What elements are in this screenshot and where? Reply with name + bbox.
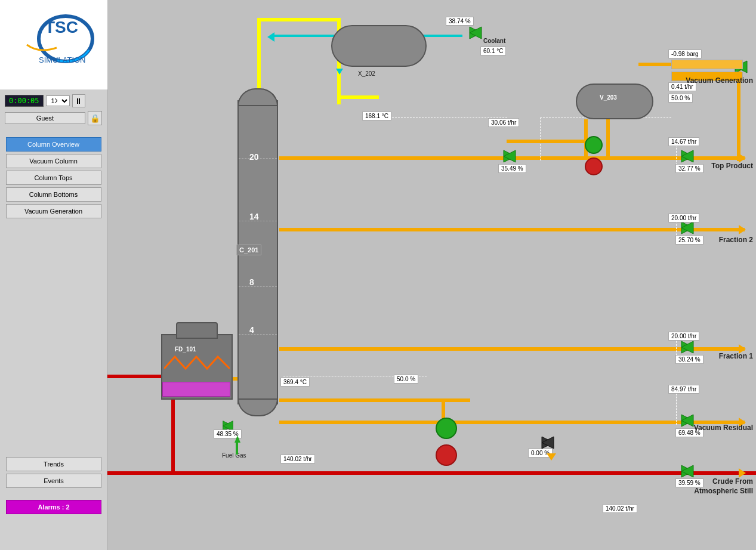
pipe-v203-left bbox=[507, 140, 587, 143]
fraction1-label: Fraction 1 bbox=[719, 352, 753, 360]
pipe-vac-residual bbox=[279, 421, 745, 424]
pump-green-v203 bbox=[585, 136, 603, 154]
v203-label: V_203 bbox=[600, 94, 617, 101]
pipe-fraction2 bbox=[279, 228, 745, 231]
pipe-fuel-v bbox=[236, 443, 238, 455]
crude-flow-box: 140.02 t/hr bbox=[603, 504, 637, 513]
tray-8 bbox=[239, 286, 277, 287]
fraction1-flow-box: 20.00 t/hr bbox=[668, 332, 699, 341]
valve-reflux-pct: 35.49 % bbox=[498, 164, 526, 173]
tray-4 bbox=[239, 334, 277, 335]
valve-top-product-pct: 32.77 % bbox=[675, 164, 703, 173]
svg-text:SIMULATION: SIMULATION bbox=[39, 55, 86, 64]
vac-residual-flow-box: 84.97 t/hr bbox=[668, 385, 699, 394]
time-display: 0:00:05 bbox=[5, 95, 44, 107]
tsc-logo: TSC SIMULATION bbox=[9, 9, 98, 81]
valve-fraction1-pct: 30.24 % bbox=[675, 355, 703, 364]
fd101-coil bbox=[164, 351, 230, 375]
fraction2-label: Fraction 2 bbox=[719, 236, 753, 244]
bottom-pct-box: 50.0 % bbox=[394, 375, 418, 384]
controls-area: 0:00:05 1X2X5X ⏸ Guest 🔒 bbox=[0, 89, 107, 135]
pipe-coolant-in bbox=[274, 35, 334, 37]
column-bottom-cap bbox=[237, 398, 278, 416]
speed-select[interactable]: 1X2X5X bbox=[46, 95, 70, 106]
pipe-condenser-right-yellow bbox=[337, 95, 379, 99]
alarms-button[interactable]: Alarms : 2 bbox=[6, 500, 101, 514]
valve-fraction2-pct: 25.70 % bbox=[675, 236, 703, 245]
nav-vacuum-generation[interactable]: Vacuum Generation bbox=[6, 204, 101, 218]
pump-red-bottom bbox=[436, 444, 457, 466]
feed-flow-box: 140.02 t/hr bbox=[280, 455, 315, 464]
user-area: Guest 🔒 bbox=[5, 111, 102, 125]
vac-gen-pct-box: 50.0 % bbox=[668, 94, 693, 103]
arrow-coolant-down bbox=[336, 69, 343, 75]
pipe-v203-right-down bbox=[606, 119, 610, 160]
nav-vacuum-column[interactable]: Vacuum Column bbox=[6, 154, 101, 168]
bottom-temp-box: 369.4 °C bbox=[280, 378, 310, 387]
nav-column-bottoms[interactable]: Column Bottoms bbox=[6, 187, 101, 202]
fd101-label: FD_101 bbox=[175, 346, 196, 353]
valve-coolant[interactable] bbox=[468, 26, 483, 41]
sidebar: TSC SIMULATION 0:00:05 1X2X5X ⏸ Guest 🔒 … bbox=[0, 0, 107, 550]
top-temp-box: 168.1 °C bbox=[362, 112, 391, 120]
fraction2-flow-box: 20.00 t/hr bbox=[668, 214, 699, 223]
logo-area: TSC SIMULATION bbox=[0, 0, 107, 89]
pump-red-v203 bbox=[585, 157, 603, 175]
pipe-top-h-yellow bbox=[257, 18, 341, 21]
fuel-label: Fuel Gas bbox=[222, 452, 246, 459]
nav-events[interactable]: Events bbox=[6, 474, 101, 488]
coolant-pct-box: 38.74 % bbox=[446, 17, 474, 26]
valve-fraction1[interactable] bbox=[680, 340, 695, 356]
vac-slider-fill bbox=[672, 60, 742, 69]
x202-vessel bbox=[331, 25, 427, 67]
main-diagram: X_202 V_203 20 14 8 4 C_201 FD_101 bbox=[107, 0, 756, 550]
column-top-cap bbox=[237, 88, 278, 106]
vac-pressure-box: -0.98 barg bbox=[668, 50, 702, 58]
time-controls: 0:00:05 1X2X5X ⏸ bbox=[5, 94, 102, 107]
tray-label-20: 20 bbox=[249, 152, 259, 162]
arrow-crude bbox=[739, 468, 746, 478]
column-id: C_201 bbox=[236, 245, 261, 255]
top-product-label: Top Product bbox=[711, 162, 753, 170]
pump-green-bottom bbox=[436, 418, 457, 439]
valve-crude[interactable] bbox=[680, 464, 695, 480]
dashed-v1 bbox=[540, 118, 541, 160]
tray-label-4: 4 bbox=[249, 325, 254, 335]
vac-residual-label: Vacuum Residual bbox=[694, 424, 753, 432]
arrow-fuel-up bbox=[234, 435, 240, 443]
bottom-nav: Trends Events Alarms : 2 bbox=[0, 455, 107, 514]
fd101-level bbox=[162, 382, 230, 397]
svg-text:TSC: TSC bbox=[45, 18, 78, 36]
nav-trends[interactable]: Trends bbox=[6, 457, 101, 471]
vacuum-gen-label: Vacuum Generation bbox=[686, 76, 753, 85]
tray-label-8: 8 bbox=[249, 277, 254, 287]
pipe-crude bbox=[107, 471, 756, 475]
pause-button[interactable]: ⏸ bbox=[72, 94, 85, 107]
coolant-temp-box: 60.1 °C bbox=[480, 47, 506, 55]
lock-button[interactable]: 🔒 bbox=[88, 111, 102, 125]
top-product-flow-box: 14.67 t/hr bbox=[668, 137, 699, 146]
vac-slider-track bbox=[671, 60, 743, 69]
valve-vac-residual[interactable] bbox=[680, 413, 695, 429]
valve-fraction2[interactable] bbox=[680, 221, 695, 236]
pipe-fraction1 bbox=[279, 347, 745, 351]
arrow-coolant-left bbox=[267, 32, 274, 42]
top-flow-box: 30.06 t/hr bbox=[488, 118, 519, 127]
v203-vessel bbox=[576, 84, 653, 119]
coolant-label: Coolant bbox=[483, 38, 505, 44]
arrow-fraction2 bbox=[739, 225, 746, 234]
x202-label: X_202 bbox=[358, 70, 375, 77]
crude-label: Crude FromAtmospheric Still bbox=[694, 477, 753, 496]
fd101-neck bbox=[176, 322, 218, 339]
arrow-drain-down bbox=[547, 453, 556, 461]
nav-column-overview[interactable]: Column Overview bbox=[6, 137, 101, 152]
nav-column-tops[interactable]: Column Tops bbox=[6, 171, 101, 185]
tray-label-14: 14 bbox=[249, 212, 259, 221]
valve-top-product[interactable] bbox=[680, 149, 695, 165]
user-button[interactable]: Guest bbox=[5, 112, 85, 124]
valve-top-reflux[interactable] bbox=[502, 149, 517, 165]
